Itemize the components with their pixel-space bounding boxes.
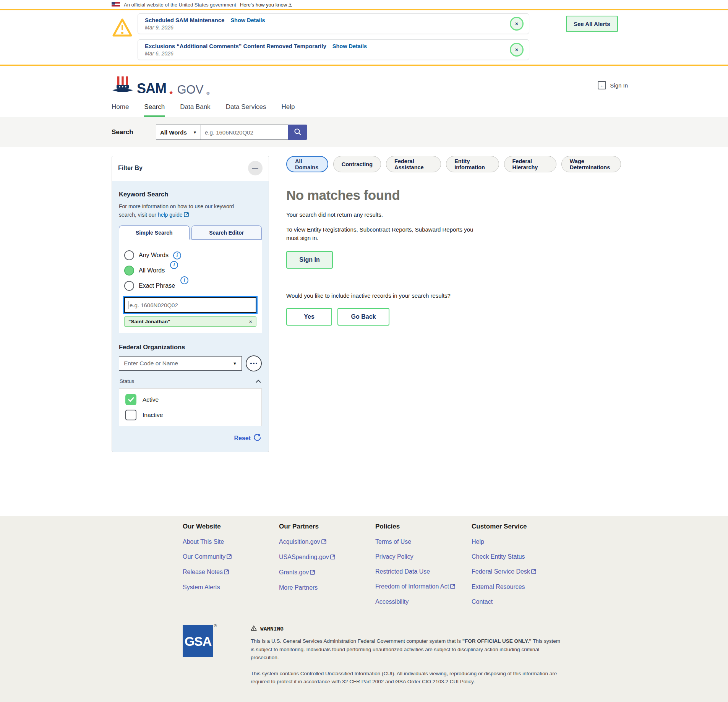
logo-registered-mark: ® — [206, 91, 209, 96]
nav-home[interactable]: Home — [112, 103, 129, 117]
status-options: Active Inactive — [119, 388, 262, 426]
footer-link-privacy-policy[interactable]: Privacy Policy — [375, 553, 472, 560]
logo-gov-text: GOV — [177, 84, 203, 96]
radio-all-words[interactable] — [124, 266, 134, 276]
footer-link-about-this-site[interactable]: About This Site — [183, 538, 279, 545]
keyword-input[interactable]: e.g. 1606N020Q02 — [124, 297, 256, 313]
logo-sam-text: SAM — [137, 82, 166, 96]
footer-link-external-resources[interactable]: External Resources — [472, 584, 568, 590]
footer-link-contact[interactable]: Contact — [472, 598, 568, 605]
yes-button[interactable]: Yes — [286, 308, 332, 326]
chevron-up-icon[interactable] — [256, 378, 261, 384]
federal-organizations-input[interactable]: Enter Code or Name ▼ — [119, 356, 242, 371]
results-panel: All Domains Contracting Federal Assistan… — [286, 156, 728, 326]
help-guide-link[interactable]: help guide — [158, 212, 189, 218]
info-icon[interactable]: i — [170, 261, 178, 269]
gov-banner-text: An official website of the United States… — [124, 2, 236, 8]
sam-gov-logo[interactable]: SAM★GOV® — [112, 75, 209, 96]
external-link-icon — [224, 569, 229, 576]
footer-link-check-entity-status[interactable]: Check Entity Status — [472, 553, 568, 560]
remove-chip-icon[interactable]: × — [249, 319, 252, 324]
collapse-filters-button[interactable] — [248, 161, 263, 175]
reset-filters-link[interactable]: Reset — [234, 435, 251, 442]
radio-exact-phrase-label: Exact Phrase — [139, 282, 175, 289]
radio-exact-phrase[interactable] — [124, 281, 134, 291]
footer-link-acquisition-gov[interactable]: Acquisition.gov — [279, 538, 375, 546]
gov-banner: An official website of the United States… — [0, 0, 728, 9]
search-submit-button[interactable] — [288, 125, 307, 140]
nav-search[interactable]: Search — [144, 103, 165, 117]
site-header: SAM★GOV® ← Sign In Home Search Data Bank… — [0, 66, 728, 117]
show-details-link[interactable]: Show Details — [332, 43, 367, 49]
info-icon[interactable]: i — [180, 276, 188, 284]
footer-link-federal-service-desk[interactable]: Federal Service Desk — [472, 568, 568, 576]
footer-link-terms-of-use[interactable]: Terms of Use — [375, 538, 472, 545]
pill-federal-assistance[interactable]: Federal Assistance — [386, 156, 441, 172]
footer-col-our-website: Our Website About This Site Our Communit… — [183, 523, 279, 605]
filter-by-title: Filter By — [118, 165, 143, 172]
tab-search-editor[interactable]: Search Editor — [191, 225, 262, 240]
footer-col-title: Our Partners — [279, 523, 375, 530]
warning-icon — [251, 625, 257, 632]
chevron-down-icon: ▼ — [289, 3, 292, 6]
footer-link-accessibility[interactable]: Accessibility — [375, 598, 472, 605]
simple-search-panel: Any Words i All Words i Exact Phrase i e… — [119, 240, 262, 333]
close-icon[interactable]: × — [510, 43, 524, 57]
checkbox-inactive[interactable] — [125, 410, 136, 420]
pill-wage-determinations[interactable]: Wage Determinations — [561, 156, 621, 172]
sign-in-required-text: To view Entity Registrations, Subcontrac… — [286, 225, 477, 242]
footer-link-release-notes[interactable]: Release Notes — [183, 569, 279, 576]
nav-data-bank[interactable]: Data Bank — [180, 103, 210, 117]
show-details-link[interactable]: Show Details — [230, 17, 265, 23]
search-icon — [294, 128, 302, 137]
warning-title: WARNING — [251, 625, 561, 632]
legal-paragraph-2: This system contains Controlled Unclassi… — [251, 670, 561, 686]
keyword-chip: "Saint Jonathan" × — [124, 316, 256, 327]
domain-filter-pills: All Domains Contracting Federal Assistan… — [286, 156, 621, 172]
footer-col-our-partners: Our Partners Acquisition.gov USASpending… — [279, 523, 375, 605]
external-link-icon — [450, 584, 455, 590]
footer-link-our-community[interactable]: Our Community — [183, 553, 279, 561]
keyword-tabs: Simple Search Search Editor — [119, 225, 262, 240]
pill-entity-information[interactable]: Entity Information — [446, 156, 499, 172]
sign-in-link[interactable]: ← Sign In — [598, 81, 628, 89]
enter-icon: ← — [598, 81, 606, 89]
pill-contracting[interactable]: Contracting — [333, 156, 381, 172]
footer-link-more-partners[interactable]: More Partners — [279, 584, 375, 591]
footer-link-system-alerts[interactable]: System Alerts — [183, 584, 279, 591]
radio-any-words[interactable] — [124, 250, 134, 260]
go-back-button[interactable]: Go Back — [337, 308, 389, 326]
footer-link-restricted-data-use[interactable]: Restricted Data Use — [375, 568, 472, 575]
footer-link-help[interactable]: Help — [472, 538, 568, 545]
checkbox-inactive-label: Inactive — [143, 412, 163, 418]
reset-icon[interactable] — [254, 434, 261, 443]
sign-in-button[interactable]: Sign In — [286, 251, 333, 269]
search-input[interactable] — [201, 125, 288, 140]
nav-help[interactable]: Help — [281, 103, 295, 117]
logo-star-icon: ★ — [169, 89, 173, 95]
alert-title: Exclusions “Additional Comments” Content… — [145, 43, 326, 49]
org-more-options-button[interactable] — [246, 355, 262, 371]
radio-all-words-label: All Words — [139, 267, 165, 274]
pill-federal-hierarchy[interactable]: Federal Hierarchy — [504, 156, 556, 172]
pill-all-domains[interactable]: All Domains — [286, 156, 328, 172]
chevron-down-icon: ▼ — [233, 361, 237, 366]
checkbox-active[interactable] — [125, 394, 136, 405]
keyword-search-title: Keyword Search — [119, 191, 262, 198]
checkbox-active-label: Active — [143, 396, 159, 403]
alert-date: Mar 6, 2026 — [145, 50, 504, 57]
footer-link-usaspending-gov[interactable]: USASpending.gov — [279, 554, 375, 561]
us-flag-icon — [112, 2, 120, 7]
info-icon[interactable]: i — [173, 251, 181, 259]
see-all-alerts-button[interactable]: See All Alerts — [566, 16, 618, 32]
uncle-sam-hat-icon — [112, 75, 134, 96]
nav-data-services[interactable]: Data Services — [226, 103, 266, 117]
footer-link-grants-gov[interactable]: Grants.gov — [279, 569, 375, 576]
heres-how-you-know-link[interactable]: Here's how you know▼ — [240, 2, 292, 8]
close-icon[interactable]: × — [510, 17, 524, 31]
radio-any-words-label: Any Words — [139, 252, 169, 259]
footer-link-foia[interactable]: Freedom of Information Act — [375, 583, 472, 590]
search-mode-select[interactable]: All Words▼ — [156, 125, 201, 140]
tab-simple-search[interactable]: Simple Search — [119, 225, 190, 240]
external-link-icon — [531, 569, 536, 576]
